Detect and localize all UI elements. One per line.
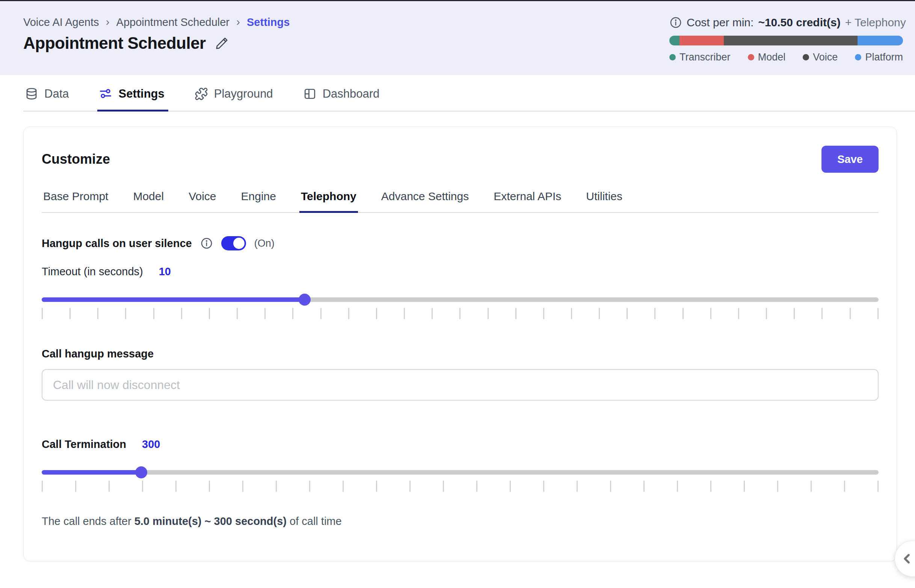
slider-tick bbox=[320, 308, 322, 319]
customize-tab-base-prompt[interactable]: Base Prompt bbox=[42, 190, 110, 213]
toggle-knob bbox=[233, 237, 244, 249]
slider-tick bbox=[878, 308, 879, 319]
slider-tick bbox=[376, 481, 377, 492]
slider-tick bbox=[348, 308, 349, 319]
slider-tick bbox=[142, 481, 143, 492]
termination-slider-knob[interactable] bbox=[135, 466, 147, 478]
hangup-silence-toggle[interactable] bbox=[221, 236, 246, 250]
hangup-silence-row: Hangup calls on user silence (On) bbox=[42, 236, 879, 250]
slider-tick bbox=[209, 481, 210, 492]
slider-tick bbox=[409, 481, 411, 492]
slider-tick bbox=[515, 308, 516, 319]
slider-tick bbox=[175, 481, 176, 492]
slider-tick bbox=[543, 481, 544, 492]
timeout-slider-knob[interactable] bbox=[299, 294, 310, 305]
slider-tick bbox=[811, 481, 812, 492]
slider-tick bbox=[459, 308, 461, 319]
cost-legend: TranscriberModelVoicePlatform bbox=[669, 52, 903, 63]
customize-tab-model[interactable]: Model bbox=[131, 190, 165, 213]
tab-dashboard[interactable]: Dashboard bbox=[302, 86, 383, 111]
legend-dot bbox=[748, 54, 754, 60]
breadcrumb-item-appointment-scheduler[interactable]: Appointment Scheduler bbox=[116, 16, 230, 29]
tab-playground[interactable]: Playground bbox=[193, 86, 277, 111]
toggle-state-label: (On) bbox=[254, 237, 275, 249]
slider-tick bbox=[794, 308, 795, 319]
termination-label: Call Termination bbox=[42, 438, 126, 451]
termination-slider[interactable] bbox=[42, 470, 879, 475]
card-head: Customize Save bbox=[42, 146, 879, 173]
hangup-message-input[interactable] bbox=[42, 369, 879, 401]
slider-tick bbox=[878, 481, 879, 492]
slider-tick bbox=[181, 308, 182, 319]
timeout-value: 10 bbox=[159, 265, 171, 278]
slider-tick bbox=[844, 481, 845, 492]
collapse-panel-button[interactable] bbox=[895, 541, 915, 577]
slider-tick bbox=[677, 481, 678, 492]
slider-tick bbox=[237, 308, 238, 319]
slider-tick bbox=[821, 308, 823, 319]
edit-pencil-icon[interactable] bbox=[215, 36, 229, 50]
main-tabs: DataSettingsPlaygroundDashboard bbox=[23, 75, 915, 111]
customize-tabs: Base PromptModelVoiceEngineTelephonyAdva… bbox=[42, 190, 879, 213]
tab-settings[interactable]: Settings bbox=[97, 86, 168, 111]
timeout-slider-ticks bbox=[42, 308, 879, 319]
layout-icon bbox=[303, 87, 317, 101]
cost-block: Cost per min: ~10.50 credit(s) + Telepho… bbox=[669, 16, 903, 63]
tab-data[interactable]: Data bbox=[23, 86, 73, 111]
cost-label: Cost per min: bbox=[687, 16, 753, 29]
customize-card: Customize Save Base PromptModelVoiceEngi… bbox=[23, 126, 897, 561]
customize-tab-utilities[interactable]: Utilities bbox=[584, 190, 624, 213]
slider-tick bbox=[70, 308, 71, 319]
customize-tab-external-apis[interactable]: External APIs bbox=[492, 190, 563, 213]
slider-tick bbox=[443, 481, 444, 492]
slider-tick bbox=[654, 308, 655, 319]
slider-tick bbox=[75, 481, 76, 492]
cost-suffix: + Telephony bbox=[845, 16, 906, 29]
cost-value: ~10.50 credit(s) bbox=[758, 16, 840, 29]
save-button[interactable]: Save bbox=[821, 146, 879, 173]
termination-summary: The call ends after 5.0 minute(s) ~ 300 … bbox=[42, 515, 879, 528]
timeout-slider[interactable] bbox=[42, 297, 879, 302]
slider-tick bbox=[777, 481, 778, 492]
slider-tick bbox=[276, 481, 277, 492]
slider-tick bbox=[309, 481, 310, 492]
slider-tick bbox=[710, 481, 711, 492]
info-icon[interactable] bbox=[200, 237, 213, 250]
title-row: Appointment Scheduler bbox=[23, 34, 289, 53]
timeout-row: Timeout (in seconds) 10 bbox=[42, 265, 879, 278]
slider-tick bbox=[610, 481, 611, 492]
summary-bold: 5.0 minute(s) ~ 300 second(s) bbox=[134, 515, 286, 527]
cost-segment-model bbox=[679, 36, 724, 45]
breadcrumb-item-voice-ai-agents[interactable]: Voice AI Agents bbox=[23, 16, 99, 29]
cost-distribution-bar bbox=[669, 36, 903, 45]
cost-segment-voice bbox=[724, 36, 858, 45]
page-header: Voice AI Agents›Appointment Scheduler›Se… bbox=[0, 1, 915, 75]
slider-tick bbox=[432, 308, 433, 319]
slider-tick bbox=[209, 308, 210, 319]
database-icon bbox=[25, 87, 38, 101]
cost-segment-transcriber bbox=[669, 36, 679, 45]
slider-tick bbox=[125, 308, 126, 319]
legend-item-platform: Platform bbox=[855, 52, 903, 63]
summary-prefix: The call ends after bbox=[42, 515, 134, 527]
slider-tick bbox=[292, 308, 293, 319]
termination-slider-fill bbox=[42, 470, 141, 475]
slider-tick bbox=[242, 481, 243, 492]
breadcrumb-separator: › bbox=[106, 16, 110, 27]
timeout-slider-fill bbox=[42, 297, 305, 302]
slider-tick bbox=[510, 481, 511, 492]
hangup-message-label: Call hangup message bbox=[42, 348, 879, 360]
breadcrumb: Voice AI Agents›Appointment Scheduler›Se… bbox=[23, 16, 289, 29]
chevron-left-icon bbox=[900, 551, 915, 566]
customize-tab-telephony[interactable]: Telephony bbox=[299, 190, 358, 213]
info-icon[interactable] bbox=[669, 16, 682, 29]
customize-tab-engine[interactable]: Engine bbox=[240, 190, 278, 213]
slider-tick bbox=[42, 481, 43, 492]
slider-tick bbox=[643, 481, 645, 492]
breadcrumb-item-settings[interactable]: Settings bbox=[247, 16, 289, 29]
header-left: Voice AI Agents›Appointment Scheduler›Se… bbox=[23, 16, 289, 53]
slider-tick bbox=[476, 481, 477, 492]
legend-item-model: Model bbox=[748, 52, 786, 63]
customize-tab-voice[interactable]: Voice bbox=[187, 190, 217, 213]
customize-tab-advance-settings[interactable]: Advance Settings bbox=[380, 190, 470, 213]
